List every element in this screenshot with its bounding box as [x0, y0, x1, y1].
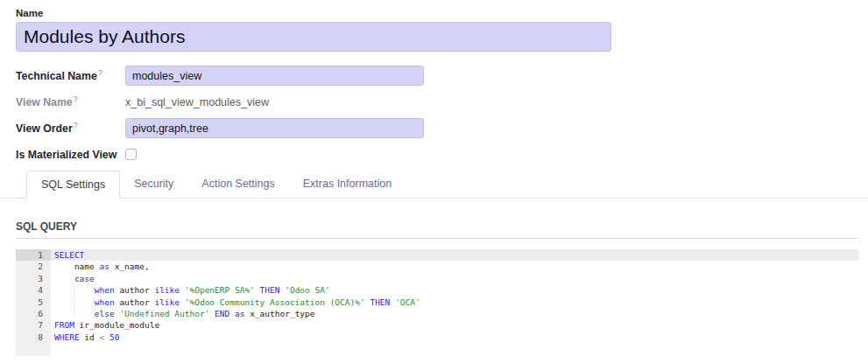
view-order-label: View Order? [16, 121, 125, 135]
notebook-tabs: SQL Settings Security Action Settings Ex… [0, 171, 868, 199]
bi-sql-view-form: Name Technical Name? View Name? x_bi_sql… [0, 0, 868, 164]
name-field-label: Name [16, 8, 868, 18]
view-order-input[interactable] [125, 118, 424, 138]
code-line: SELECT [51, 249, 858, 261]
line-number: 3 [16, 273, 51, 284]
help-marker: ? [98, 68, 102, 77]
field-row-view-order: View Order? [16, 118, 868, 138]
name-input[interactable] [16, 22, 611, 52]
tab-extras-information[interactable]: Extras Information [289, 171, 406, 198]
line-number: 5 [16, 297, 51, 308]
help-marker: ? [74, 121, 78, 129]
line-number: 1 [16, 249, 51, 261]
help-marker: ? [74, 94, 78, 103]
tab-action-settings[interactable]: Action Settings [187, 171, 288, 198]
line-number: 8 [16, 332, 51, 343]
technical-name-label: Technical Name? [16, 68, 125, 82]
line-number: 2 [16, 261, 51, 272]
line-number: 4 [16, 284, 51, 296]
sql-query-header: SQL QUERY [16, 220, 858, 239]
sql-code-editor[interactable]: 12345678 SELECT name as x_name, case whe… [16, 249, 858, 356]
tab-security[interactable]: Security [120, 171, 187, 198]
view-name-value: x_bi_sql_view_modules_view [125, 96, 269, 108]
view-name-label-text: View Name [16, 97, 73, 109]
code-line: FROM ir_module_module [51, 319, 858, 331]
tab-sql-settings[interactable]: SQL Settings [26, 171, 120, 199]
field-row-technical-name: Technical Name? [16, 66, 868, 86]
line-number: 7 [16, 319, 51, 331]
code-line: case [51, 273, 858, 284]
line-number: 6 [16, 308, 51, 319]
code-area[interactable]: SELECT name as x_name, case when author … [51, 249, 858, 356]
line-number-gutter: 12345678 [16, 249, 51, 356]
code-line: else 'Undefined Author' END as x_author_… [51, 308, 858, 319]
field-row-view-name: View Name? x_bi_sql_view_modules_view [16, 92, 868, 112]
code-line: when author ilike '%OpenERP SA%' THEN 'O… [51, 284, 858, 296]
is-materialized-label: Is Materialized View [16, 149, 125, 161]
view-name-label: View Name? [16, 94, 125, 108]
code-line: when author ilike '%Odoo Community Assoc… [51, 297, 858, 308]
field-row-is-materialized: Is Materialized View [16, 144, 868, 164]
technical-name-input[interactable] [125, 66, 424, 86]
view-order-label-text: View Order [16, 123, 73, 136]
sql-query-section: SQL QUERY [16, 220, 858, 239]
code-line: name as x_name, [51, 261, 858, 272]
technical-name-label-text: Technical Name [16, 71, 97, 83]
code-line: WHERE id < 50 [51, 332, 858, 343]
is-materialized-checkbox[interactable] [125, 149, 137, 160]
